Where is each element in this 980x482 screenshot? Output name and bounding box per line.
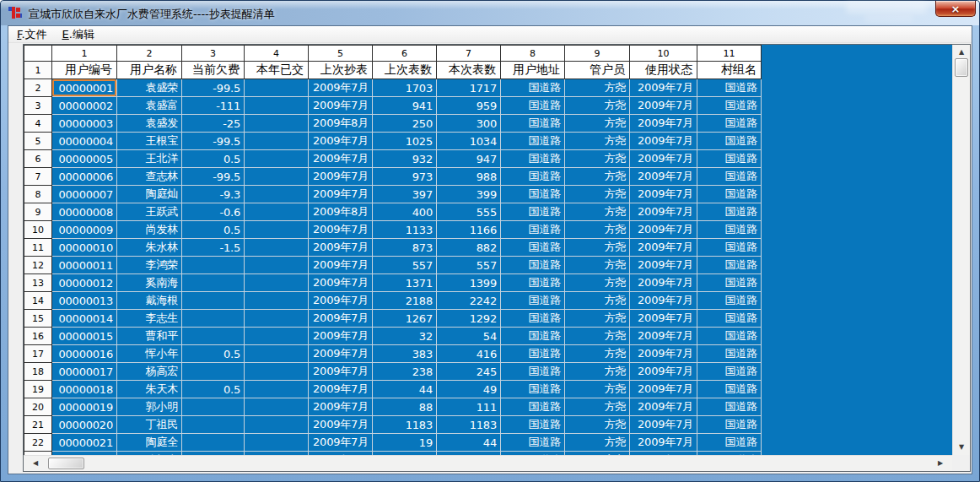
grid-cell[interactable]: -99.5 [182,133,245,150]
grid-cell[interactable]: 2009年7月 [309,257,373,274]
grid-cell[interactable]: 国道路 [697,168,762,186]
grid-cell[interactable]: 932 [373,150,437,168]
row-number-cell[interactable]: 12 [24,257,52,274]
grid-cell[interactable]: 1183 [373,416,437,434]
grid-cell[interactable] [182,398,245,416]
grid-cell[interactable]: 947 [437,150,501,168]
grid-cell[interactable]: 陶庭全 [117,434,182,452]
grid-cell[interactable]: 0.5 [182,381,245,398]
grid-cell[interactable]: 00000017 [52,363,117,381]
horizontal-scroll-thumb[interactable] [48,458,84,469]
grid-cell[interactable] [245,257,309,274]
grid-cell[interactable]: 00000020 [52,416,117,434]
grid-cell[interactable]: 国道路 [501,381,565,398]
grid-cell[interactable]: 2009年7月 [309,363,373,381]
grid-cell[interactable]: 397 [373,186,437,203]
grid-cell[interactable]: 2009年7月 [309,381,373,398]
grid-cell[interactable]: 方尧 [565,310,630,328]
column-number-header[interactable]: 11 [697,46,762,62]
grid-cell[interactable]: 2009年7月 [309,345,373,363]
grid-cell[interactable]: 2009年7月 [630,328,697,345]
grid-cell[interactable]: 陶庭灿 [117,186,182,203]
grid-cell[interactable]: 1183 [437,416,501,434]
row-number-cell[interactable]: 11 [24,239,52,257]
grid-cell[interactable]: 李鸿荣 [117,257,182,274]
grid-cell[interactable]: 2009年7月 [630,186,697,203]
vertical-scroll-thumb[interactable] [955,58,968,77]
grid-cell[interactable]: 973 [373,168,437,186]
grid-cell[interactable] [245,79,309,97]
column-number-header[interactable]: 9 [565,46,630,62]
row-number-cell[interactable]: 6 [24,150,52,168]
grid-cell[interactable]: 国道路 [501,363,565,381]
grid-cell[interactable]: 00000003 [52,115,117,133]
grid-cell[interactable]: 2009年7月 [309,221,373,239]
grid-cell[interactable]: 李志生 [117,310,182,328]
grid-cell[interactable]: 袁盛富 [117,97,182,115]
row-number-cell[interactable]: 16 [24,328,52,345]
grid-corner-cell[interactable] [24,46,52,62]
grid-cell[interactable]: 2009年7月 [309,310,373,328]
grid-cell[interactable]: 奚南海 [117,274,182,292]
grid-cell[interactable]: 方尧 [565,416,630,434]
grid-cell[interactable]: 0.5 [182,150,245,168]
grid-cell[interactable]: 曹和平 [117,328,182,345]
title-bar[interactable]: 宣城市欣欣自来水厂水费管理系统----抄表提醒清单 × [1,1,979,25]
grid-cell[interactable]: 2009年7月 [630,363,697,381]
grid-cell[interactable] [245,168,309,186]
grid-cell[interactable] [245,186,309,203]
column-title-cell[interactable]: 上次表数 [373,62,437,79]
grid-cell[interactable] [245,292,309,310]
app-icon[interactable] [8,6,22,19]
grid-cell[interactable]: 杨高宏 [117,363,182,381]
grid-cell[interactable]: 2009年7月 [630,398,697,416]
grid-cell[interactable]: 方尧 [565,133,630,150]
grid-cell[interactable]: 查志林 [117,168,182,186]
grid-cell[interactable]: 32 [373,328,437,345]
grid-cell[interactable]: 国道路 [501,257,565,274]
grid-cell[interactable] [245,381,309,398]
grid-cell[interactable]: 郭小明 [117,398,182,416]
grid-cell[interactable]: 2009年7月 [309,416,373,434]
grid-cell[interactable]: 00000014 [52,310,117,328]
grid-cell[interactable]: 朱天木 [117,381,182,398]
grid-cell[interactable] [245,398,309,416]
grid-cell[interactable]: 2009年7月 [630,133,697,150]
grid-cell[interactable]: 国道路 [697,79,762,97]
column-number-header[interactable]: 7 [437,46,501,62]
grid-cell[interactable]: 国道路 [501,168,565,186]
grid-cell[interactable]: 2009年7月 [309,328,373,345]
grid-cell[interactable]: 国道路 [697,221,762,239]
grid-cell[interactable]: 19 [373,434,437,452]
grid-cell[interactable]: 恽小年 [117,345,182,363]
grid-cell[interactable]: 国道路 [697,203,762,221]
grid-cell[interactable]: 国道路 [697,363,762,381]
grid-cell[interactable] [245,310,309,328]
grid-cell[interactable]: 111 [437,398,501,416]
grid-cell[interactable] [245,150,309,168]
grid-cell[interactable]: 2009年7月 [630,257,697,274]
grid-cell[interactable]: 丁祖民 [117,416,182,434]
grid-cell[interactable]: 国道路 [501,292,565,310]
scroll-right-icon[interactable]: ▶ [935,460,945,467]
grid-cell[interactable]: 00000005 [52,150,117,168]
grid-cell[interactable] [245,239,309,257]
grid-cell[interactable]: 1703 [373,79,437,97]
grid-cell[interactable]: 00000004 [52,133,117,150]
grid-cell[interactable]: 尚发林 [117,221,182,239]
grid-cell[interactable]: 2009年7月 [630,221,697,239]
grid-cell[interactable]: 2009年7月 [309,79,373,97]
grid-cell[interactable]: 国道路 [501,398,565,416]
grid-cell[interactable]: 00000021 [52,434,117,452]
grid-cell[interactable]: -9.3 [182,186,245,203]
grid-cell[interactable] [182,257,245,274]
grid-cell[interactable]: 1371 [373,274,437,292]
row-number-cell[interactable]: 10 [24,221,52,239]
grid-cell[interactable]: 2242 [437,292,501,310]
grid-cell[interactable]: 873 [373,239,437,257]
grid-cell[interactable]: 袁盛荣 [117,79,182,97]
grid-cell[interactable]: 2009年7月 [630,381,697,398]
column-title-cell[interactable]: 用户名称 [117,62,182,79]
grid-cell[interactable]: 00000010 [52,239,117,257]
grid-cell[interactable] [182,363,245,381]
